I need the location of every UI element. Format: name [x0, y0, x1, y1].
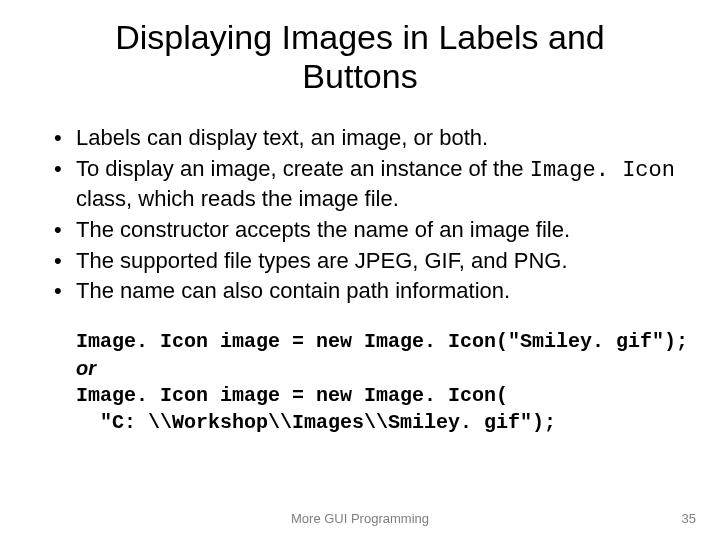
slide: Displaying Images in Labels and Buttons … [0, 0, 720, 540]
code-line: "C: \\Workshop\\Images\\Smiley. gif"); [76, 409, 690, 436]
list-item: The constructor accepts the name of an i… [50, 216, 678, 245]
bullet-list: Labels can display text, an image, or bo… [30, 124, 690, 306]
bullet-text: The constructor accepts the name of an i… [76, 217, 570, 242]
list-item: Labels can display text, an image, or bo… [50, 124, 678, 153]
page-number: 35 [682, 511, 696, 526]
code-block: Image. Icon image = new Image. Icon("Smi… [76, 328, 690, 436]
code-or: or [76, 355, 690, 382]
footer-text: More GUI Programming [0, 511, 720, 526]
inline-code: Image. Icon [530, 158, 675, 183]
slide-title: Displaying Images in Labels and Buttons [70, 18, 650, 96]
bullet-text: The supported file types are JPEG, GIF, … [76, 248, 568, 273]
list-item: The name can also contain path informati… [50, 277, 678, 306]
list-item: The supported file types are JPEG, GIF, … [50, 247, 678, 276]
code-line: Image. Icon image = new Image. Icon( [76, 382, 690, 409]
bullet-text: To display an image, create an instance … [76, 156, 530, 181]
bullet-text: class, which reads the image file. [76, 186, 399, 211]
list-item: To display an image, create an instance … [50, 155, 678, 214]
bullet-text: Labels can display text, an image, or bo… [76, 125, 488, 150]
bullet-text: The name can also contain path informati… [76, 278, 510, 303]
code-line: Image. Icon image = new Image. Icon("Smi… [76, 328, 690, 355]
